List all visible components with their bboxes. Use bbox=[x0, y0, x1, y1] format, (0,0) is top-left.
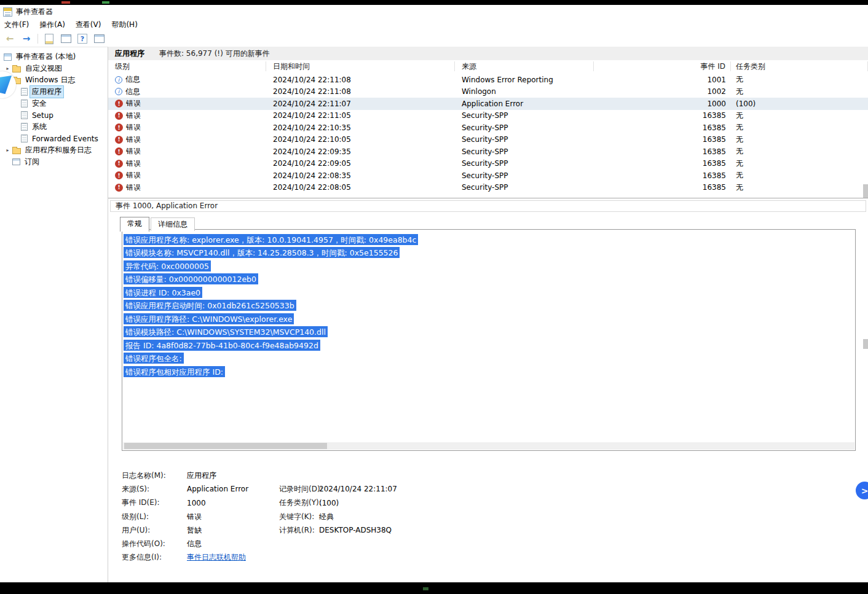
field-value: 经典 bbox=[319, 512, 856, 522]
event-preview-pane: 事件 1000, Application Error 常规 详细信息 错误应用程… bbox=[108, 198, 868, 582]
field-value: 应用程序 bbox=[187, 471, 279, 481]
description-line: 错误进程 ID: 0x3ae0 bbox=[124, 287, 202, 298]
properties-icon[interactable] bbox=[94, 34, 105, 43]
toolbar bbox=[0, 31, 868, 47]
cell-event-id: 16385 bbox=[594, 183, 731, 192]
column-header-datetime[interactable]: 日期和时间 bbox=[266, 61, 455, 71]
open-saved-log-icon[interactable] bbox=[45, 34, 53, 44]
sidebar-item-application[interactable]: 应用程序 bbox=[0, 86, 108, 98]
info-icon bbox=[115, 76, 122, 84]
cell-datetime: 2024/10/24 22:11:05 bbox=[266, 111, 455, 120]
menubar: 文件(F) 操作(A) 查看(V) 帮助(H) bbox=[0, 18, 868, 31]
horizontal-scrollbar[interactable] bbox=[123, 442, 854, 450]
field-label: 用户(U): bbox=[122, 525, 187, 536]
field-value: 2024/10/24 22:11:07 bbox=[319, 485, 856, 493]
cell-level: 错误 bbox=[126, 182, 141, 193]
sidebar-item-windows-logs[interactable]: Windows 日志 bbox=[0, 74, 108, 86]
cell-datetime: 2024/10/24 22:11:08 bbox=[266, 87, 455, 96]
sidebar-item-security[interactable]: 安全 bbox=[0, 98, 108, 109]
event-log-help-link[interactable]: 事件日志联机帮助 bbox=[187, 553, 246, 561]
cell-source: Security-SPP bbox=[455, 111, 594, 120]
scrollbar-fragment[interactable] bbox=[863, 184, 868, 198]
cell-datetime: 2024/10/24 22:09:35 bbox=[266, 147, 455, 156]
cell-task-category: (100) bbox=[731, 100, 868, 108]
back-icon[interactable] bbox=[4, 33, 15, 44]
cell-datetime: 2024/10/24 22:10:35 bbox=[266, 123, 455, 132]
cell-source: Security-SPP bbox=[455, 147, 594, 156]
cell-datetime: 2024/10/24 22:09:05 bbox=[266, 159, 455, 168]
sidebar-item-forwarded-events[interactable]: Forwarded Events bbox=[0, 133, 108, 144]
description-line: 错误程序包相对应用程序 ID: bbox=[124, 366, 225, 377]
field-row: 用户(U): 暂缺 计算机(R): DESKTOP-ADSH38Q bbox=[122, 523, 856, 537]
field-row: 级别(L): 错误 关键字(K): 经典 bbox=[122, 510, 856, 523]
sidebar-item-custom-views[interactable]: 自定义视图 bbox=[0, 63, 108, 74]
sidebar-item-apps-services-logs[interactable]: 应用程序和服务日志 bbox=[0, 144, 108, 156]
cell-level: 错误 bbox=[126, 122, 141, 133]
field-label: 更多信息(I): bbox=[122, 552, 187, 563]
table-row[interactable]: 错误 2024/10/24 22:11:05 Security-SPP 1638… bbox=[108, 110, 868, 122]
table-row[interactable]: 错误 2024/10/24 22:08:35 Security-SPP 1638… bbox=[108, 170, 868, 182]
cell-datetime: 2024/10/24 22:10:05 bbox=[266, 135, 455, 144]
table-row[interactable]: 信息 2024/10/24 22:11:08 Windows Error Rep… bbox=[108, 74, 868, 86]
sidebar-item-label: 事件查看器 (本地) bbox=[14, 50, 78, 63]
sidebar-item-label: 系统 bbox=[30, 120, 49, 133]
cell-level: 错误 bbox=[126, 158, 141, 169]
table-row[interactable]: 错误 2024/10/24 22:08:05 Security-SPP 1638… bbox=[108, 182, 868, 194]
cell-task-category: 无 bbox=[731, 170, 868, 181]
column-header-level[interactable]: 级别 bbox=[108, 61, 266, 71]
table-row[interactable]: 信息 2024/10/24 22:11:08 Winlogon 1002 无 bbox=[108, 86, 868, 98]
description-line: 错误偏移量: 0x0000000000012eb0 bbox=[124, 273, 258, 284]
scrollbar-fragment[interactable] bbox=[863, 339, 868, 349]
field-row-more-info: 更多信息(I): 事件日志联机帮助 bbox=[122, 551, 856, 565]
tab-details[interactable]: 详细信息 bbox=[151, 217, 195, 231]
sidebar-item-system[interactable]: 系统 bbox=[0, 121, 108, 133]
field-label: 来源(S): bbox=[122, 484, 187, 494]
field-label: 事件 ID(E): bbox=[122, 498, 187, 508]
table-row[interactable]: 错误 2024/10/24 22:09:35 Security-SPP 1638… bbox=[108, 146, 868, 158]
table-row[interactable]: 错误 2024/10/24 22:10:35 Security-SPP 1638… bbox=[108, 122, 868, 134]
cell-datetime: 2024/10/24 22:11:08 bbox=[266, 76, 455, 84]
forward-icon[interactable] bbox=[21, 33, 32, 44]
info-icon bbox=[115, 88, 122, 95]
menu-file[interactable]: 文件(F) bbox=[4, 20, 29, 30]
console-tree: 事件查看器 (本地) 自定义视图 Windows 日志 应用程序 bbox=[0, 47, 108, 582]
error-icon bbox=[115, 100, 123, 107]
menu-help[interactable]: 帮助(H) bbox=[111, 20, 137, 30]
bottom-strip-mark bbox=[423, 587, 428, 590]
cell-source: Winlogon bbox=[455, 87, 594, 96]
error-icon bbox=[115, 136, 123, 144]
cell-level: 错误 bbox=[126, 111, 141, 121]
preview-title: 事件 1000, Application Error bbox=[110, 200, 866, 212]
field-value: DESKTOP-ADSH38Q bbox=[319, 526, 856, 534]
table-row-selected[interactable]: 错误 2024/10/24 22:11:07 Application Error… bbox=[108, 98, 868, 110]
column-header-event-id[interactable]: 事件 ID bbox=[594, 61, 731, 71]
menu-view[interactable]: 查看(V) bbox=[76, 20, 101, 30]
sidebar-item-label: Setup bbox=[30, 110, 56, 121]
cell-task-category: 无 bbox=[731, 111, 868, 121]
expander-icon[interactable] bbox=[5, 147, 10, 153]
create-custom-view-icon[interactable] bbox=[61, 34, 71, 43]
description-line: 异常代码: 0xc0000005 bbox=[124, 260, 211, 272]
sidebar-item-label: 自定义视图 bbox=[23, 62, 65, 75]
table-row[interactable]: 错误 2024/10/24 22:09:05 Security-SPP 1638… bbox=[108, 158, 868, 170]
cell-event-id: 16385 bbox=[594, 159, 731, 168]
table-row[interactable]: 错误 2024/10/24 22:10:05 Security-SPP 1638… bbox=[108, 134, 868, 146]
column-header-task-category[interactable]: 任务类别 bbox=[731, 61, 868, 71]
tab-general[interactable]: 常规 bbox=[120, 217, 149, 232]
cell-task-category: 无 bbox=[731, 135, 868, 145]
scrollbar-thumb[interactable] bbox=[124, 443, 327, 449]
event-description-box[interactable]: 错误应用程序名称: explorer.exe，版本: 10.0.19041.49… bbox=[122, 229, 856, 451]
cell-source: Security-SPP bbox=[455, 159, 594, 168]
expander-icon[interactable] bbox=[5, 66, 10, 71]
menu-action[interactable]: 操作(A) bbox=[39, 20, 65, 30]
field-row: 操作代码(O): 信息 bbox=[122, 537, 856, 550]
column-header-source[interactable]: 来源 bbox=[455, 61, 594, 71]
help-icon[interactable] bbox=[77, 34, 87, 44]
sidebar-item-event-viewer-local[interactable]: 事件查看器 (本地) bbox=[0, 51, 108, 63]
cell-datetime: 2024/10/24 22:08:05 bbox=[266, 183, 455, 192]
sidebar-item-setup[interactable]: Setup bbox=[0, 109, 108, 121]
event-list: 级别 日期和时间 来源 事件 ID 任务类别 信息 2024/10/24 22:… bbox=[108, 60, 868, 198]
sidebar-item-subscriptions[interactable]: 订阅 bbox=[0, 156, 108, 168]
cell-event-id: 16385 bbox=[594, 123, 731, 132]
log-icon bbox=[21, 88, 28, 96]
